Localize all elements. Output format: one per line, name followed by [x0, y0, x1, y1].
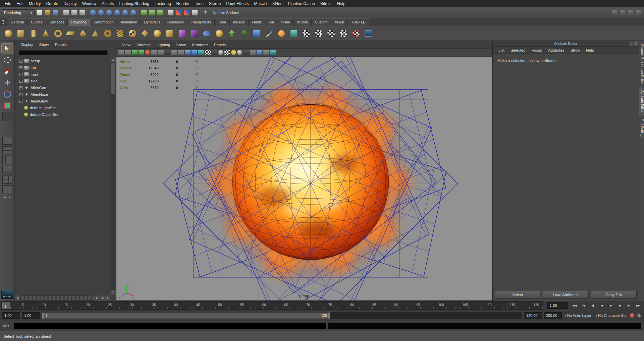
- outliner-item[interactable]: side: [15, 78, 110, 84]
- character-set-dropdown[interactable]: No Character Set: [594, 314, 628, 318]
- separator[interactable]: [86, 9, 89, 17]
- tab-attribute-editor[interactable]: Attribute Editor: [639, 87, 644, 116]
- viewport-menu-item[interactable]: Panels: [211, 43, 229, 47]
- combine-icon[interactable]: [176, 27, 188, 40]
- layout-four-view[interactable]: [2, 146, 12, 154]
- shelf-tab-switch-button[interactable]: [2, 20, 5, 22]
- menubar-item[interactable]: Pipeline Cache: [285, 1, 318, 6]
- snap-to-point-icon[interactable]: [105, 9, 113, 16]
- scroll-down-arrow[interactable]: ▼: [110, 290, 116, 295]
- snap-to-projected-center-icon[interactable]: [113, 9, 121, 16]
- go-to-start-button[interactable]: |◀◀: [570, 302, 579, 309]
- extrude-icon[interactable]: [226, 27, 237, 40]
- smooth-shade-icon[interactable]: [218, 50, 223, 55]
- snap-to-view-plane-icon[interactable]: [121, 9, 129, 16]
- isolate-select-icon[interactable]: [263, 50, 269, 55]
- shelf-tab[interactable]: General: [7, 18, 28, 26]
- close-icon[interactable]: [634, 42, 638, 46]
- shelf-tab[interactable]: Curves: [28, 18, 46, 26]
- animation-end-field[interactable]: 200.00: [544, 312, 562, 319]
- make-object-live-icon[interactable]: [129, 9, 137, 16]
- layout-persp-outliner[interactable]: [2, 156, 12, 164]
- scroll-up-arrow[interactable]: ▲: [110, 58, 116, 62]
- viewport-menu-item[interactable]: Show: [173, 43, 189, 47]
- paint-selection-tool[interactable]: [2, 66, 13, 76]
- menubar-item[interactable]: Bifrost: [318, 1, 334, 6]
- menubar-item[interactable]: Stereo: [206, 1, 223, 6]
- shelf-tab[interactable]: nHair: [278, 18, 294, 26]
- input-connections-icon[interactable]: [140, 9, 148, 16]
- tab-tool-settings[interactable]: Tool Settings: [639, 116, 644, 141]
- save-scene-icon[interactable]: [51, 9, 59, 16]
- outliner-item[interactable]: persp: [15, 58, 110, 64]
- shelf-tab[interactable]: Fur: [265, 18, 278, 26]
- time-slider[interactable]: 1 51015202530354045505560657075808590951…: [1, 301, 543, 310]
- wireframe-icon[interactable]: [212, 50, 217, 55]
- outliner-item[interactable]: defaultLightSet: [15, 105, 110, 111]
- menubar-item[interactable]: File: [2, 1, 14, 6]
- poly-pyramid-icon[interactable]: [90, 27, 101, 40]
- bookmark-icon[interactable]: [139, 50, 144, 55]
- lasso-select-tool[interactable]: [2, 55, 13, 65]
- expand-toggle[interactable]: [19, 66, 22, 69]
- poly-cone-icon[interactable]: [40, 27, 51, 40]
- outliner-vertical-scrollbar[interactable]: ▲ ▼: [110, 58, 116, 295]
- render-settings-icon[interactable]: [191, 9, 199, 16]
- outliner-item[interactable]: AlienHaze: [15, 91, 110, 98]
- poly-plane-icon[interactable]: [65, 27, 76, 40]
- scale-tool[interactable]: [2, 100, 13, 111]
- viewport-menu-item[interactable]: Renderer: [189, 43, 211, 47]
- attribute-editor-titlebar[interactable]: Attribute Editor: [493, 41, 639, 47]
- attribute-editor-menu-item[interactable]: List: [495, 48, 507, 52]
- smooth-icon[interactable]: [214, 27, 225, 40]
- motion-blur-icon[interactable]: [250, 50, 256, 55]
- collapse-status-line-icon[interactable]: [635, 9, 642, 16]
- select-by-hierarchy-icon[interactable]: [62, 9, 70, 16]
- multi-cut-icon[interactable]: [263, 27, 275, 40]
- anim-layer-dropdown[interactable]: No Anim Layer: [564, 314, 593, 318]
- mirror-geometry-icon[interactable]: [288, 27, 300, 40]
- expand-toggle[interactable]: [19, 86, 22, 89]
- scroll-right-arrow-2[interactable]: ▶: [105, 295, 110, 301]
- auto-keyframe-toggle[interactable]: [630, 313, 635, 318]
- separator[interactable]: [137, 9, 140, 17]
- select-camera-icon[interactable]: [118, 50, 124, 55]
- viewport-menu-item[interactable]: Lighting: [154, 43, 173, 47]
- play-forwards-button[interactable]: ▶: [606, 302, 615, 309]
- animation-preferences-button[interactable]: [637, 313, 642, 318]
- shelf-tab[interactable]: Deformation: [90, 18, 117, 26]
- move-tool[interactable]: [2, 78, 13, 88]
- field-chart-icon[interactable]: [192, 50, 197, 55]
- poly-torus-icon[interactable]: [52, 27, 64, 40]
- go-to-end-button[interactable]: ▶▶|: [634, 302, 642, 309]
- rotate-tool[interactable]: [2, 89, 13, 99]
- scroll-left-arrow-2[interactable]: ◀: [100, 295, 105, 301]
- select-by-object-icon[interactable]: [70, 9, 78, 16]
- expand-toggle[interactable]: [19, 73, 22, 76]
- shelf-tab[interactable]: Surfaces: [46, 18, 68, 26]
- menubar-item[interactable]: Modify: [26, 1, 43, 6]
- outliner-item[interactable]: AlienGlow: [15, 98, 110, 105]
- shelf-tab[interactable]: XGen: [331, 18, 348, 26]
- outliner-item[interactable]: defaultObjectSet: [15, 111, 110, 118]
- menubar-item[interactable]: Toon: [192, 1, 206, 6]
- safe-action-icon[interactable]: [198, 50, 204, 55]
- float-panel-icon[interactable]: [629, 42, 633, 46]
- playhead[interactable]: [2, 302, 10, 309]
- scrollbar-thumb[interactable]: [111, 63, 115, 94]
- layout-two-pane[interactable]: [2, 185, 12, 193]
- tab-channel-box-layer-editor[interactable]: Channel Box / Layer Editor: [639, 41, 644, 87]
- poly-helix-icon[interactable]: [114, 27, 126, 40]
- outliner-menu-item[interactable]: Panels: [52, 43, 70, 47]
- snap-to-curve-icon[interactable]: [97, 9, 105, 16]
- last-tool-slot[interactable]: [2, 112, 13, 122]
- menubar-item[interactable]: Edit: [14, 1, 26, 6]
- poly-soccer-ball-icon[interactable]: [127, 27, 138, 40]
- render-current-frame-icon[interactable]: [175, 9, 182, 16]
- step-forward-key-button[interactable]: ▶|: [625, 302, 633, 309]
- shelf-tab[interactable]: Dynamics: [141, 18, 164, 26]
- play-backwards-button[interactable]: ◀: [597, 302, 606, 309]
- expand-toggle[interactable]: [19, 100, 22, 103]
- shelf-tab[interactable]: Fluids: [249, 18, 265, 26]
- menubar-item[interactable]: Muscle: [252, 1, 270, 6]
